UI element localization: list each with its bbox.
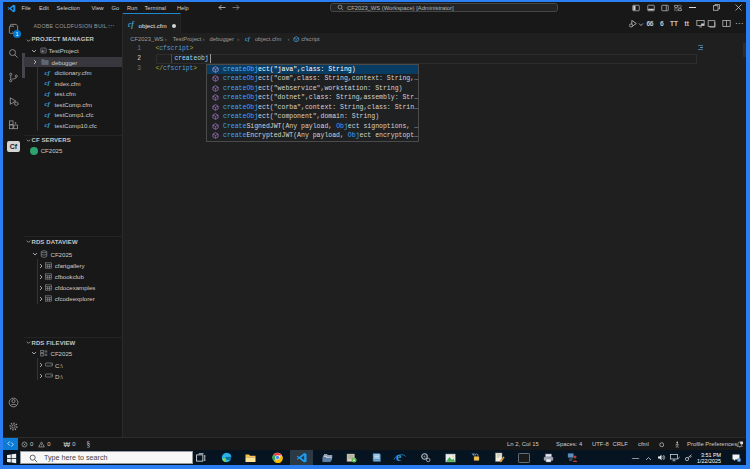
svg-text:1: 1 (738, 458, 740, 462)
